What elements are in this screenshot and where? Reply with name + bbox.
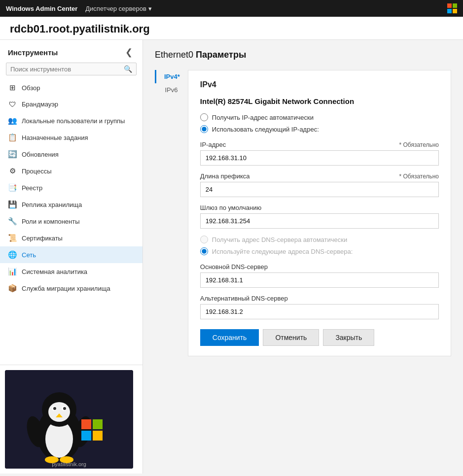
sidebar-icon-updates: 🔄 [8, 150, 17, 159]
ip-address-input[interactable] [200, 150, 439, 166]
microsoft-logo [447, 3, 457, 13]
dns-primary-input[interactable] [200, 272, 439, 288]
sidebar-search-box[interactable]: 🔍 [6, 63, 137, 75]
server-manager-menu[interactable]: Диспетчер серверов ▾ [85, 5, 152, 12]
dns-primary-label: Основной DNS-сервер [200, 263, 268, 271]
sidebar-icon-roles: 🔧 [8, 217, 17, 226]
sidebar-label-registry: Реестр [22, 184, 42, 192]
sidebar-label-tasks: Назначенные задания [22, 134, 88, 141]
sidebar-label-network: Сеть [22, 251, 36, 259]
chevron-down-icon: ▾ [148, 5, 152, 12]
server-manager-label: Диспетчер серверов [85, 5, 146, 12]
sidebar-bottom-logo: pyatilistnik.org [0, 365, 142, 474]
save-button[interactable]: Сохранить [200, 329, 259, 346]
sidebar-item-certs[interactable]: 📜 Сертификаты [0, 230, 142, 246]
radio-auto-ip-label: Получить IP-адрес автоматически [212, 114, 314, 121]
app-title: Windows Admin Center [6, 5, 77, 12]
sidebar-collapse-button[interactable]: ❮ [123, 46, 135, 59]
sidebar-icon-tasks: 📋 [8, 133, 17, 142]
sidebar-label-roles: Роли и компоненты [22, 218, 80, 225]
svg-rect-17 [93, 431, 103, 441]
sidebar-label-obzor: Обзор [22, 84, 40, 92]
section-name: Параметры [196, 50, 246, 60]
sidebar-icon-storage-migration: 📦 [8, 284, 17, 293]
sidebar: Инструменты ❮ 🔍 ⊞ Обзор 🛡 Брандмауэр 👥 Л… [0, 40, 143, 474]
prefix-required: * Обязательно [399, 173, 439, 180]
sidebar-item-brandmauer[interactable]: 🛡 Брандмауэр [0, 96, 142, 112]
server-hostname: rdcb01.root.pyatilistnik.org [0, 17, 463, 40]
radio-auto-ip[interactable] [200, 113, 208, 121]
sidebar-icon-brandmauer: 🛡 [8, 100, 17, 108]
sidebar-header: Инструменты ❮ [0, 40, 142, 63]
sidebar-icon-network: 🌐 [8, 250, 17, 259]
sidebar-item-updates[interactable]: 🔄 Обновления [0, 146, 142, 163]
sidebar-label-local-users: Локальные пользователи и группы [22, 117, 125, 125]
sidebar-item-storage-migration[interactable]: 📦 Служба миграции хранилища [0, 280, 142, 297]
prefix-length-input[interactable] [200, 182, 439, 197]
radio-manual-ip[interactable] [200, 125, 208, 133]
svg-rect-16 [81, 431, 91, 441]
ipv4-panel: IPv4 Intel(R) 82574L Gigabit Network Con… [188, 70, 451, 356]
svg-rect-14 [81, 419, 91, 429]
sidebar-icon-local-users: 👥 [8, 116, 17, 125]
ip-label: IP-адрес [200, 141, 226, 148]
sidebar-label-certs: Сертификаты [22, 235, 63, 242]
gateway-group: Шлюз по умолчанию [200, 204, 439, 229]
radio-dns-auto[interactable] [200, 236, 208, 243]
sidebar-item-storage-replica[interactable]: 💾 Реплика хранилища [0, 196, 142, 213]
prefix-length-group: Длина префикса * Обязательно [200, 172, 439, 197]
sidebar-icon-obzor: ⊞ [8, 83, 17, 92]
tab-ipv4[interactable]: IPv4* [155, 70, 188, 83]
sidebar-heading: Инструменты [8, 48, 58, 57]
gateway-input[interactable] [200, 213, 439, 229]
sidebar-label-brandmauer: Брандмауэр [22, 101, 58, 108]
content-area: Ethernet0 Параметры IPv4* IPv6 IPv4 Inte… [143, 40, 463, 474]
sidebar-icon-storage-replica: 💾 [8, 200, 17, 209]
radio-dns-auto-row: Получить адрес DNS-сервера автоматически [200, 236, 439, 243]
topbar: Windows Admin Center Диспетчер серверов … [0, 0, 463, 17]
svg-point-8 [63, 407, 66, 410]
radio-manual-ip-row: Использовать следующий IP-адрес: [200, 125, 439, 133]
prefix-label: Длина префикса [200, 172, 250, 180]
sidebar-label-updates: Обновления [22, 151, 59, 158]
ip-required: * Обязательно [399, 141, 439, 148]
tab-list: IPv4* IPv6 [155, 70, 188, 356]
sidebar-icon-registry: 📑 [8, 183, 17, 192]
adapter-full-name: Intel(R) 82574L Gigabit Network Connecti… [200, 97, 439, 105]
tab-ipv6[interactable]: IPv6 [155, 83, 188, 97]
sidebar-items-list: ⊞ Обзор 🛡 Брандмауэр 👥 Локальные пользов… [0, 79, 142, 365]
dns-alt-label: Альтернативный DNS-сервер [200, 295, 288, 302]
radio-dns-auto-label: Получить адрес DNS-сервера автоматически [212, 236, 347, 243]
sidebar-label-storage-replica: Реплика хранилища [22, 201, 82, 208]
sidebar-item-local-users[interactable]: 👥 Локальные пользователи и группы [0, 112, 142, 129]
adapter-name: Ethernet0 [155, 50, 193, 60]
radio-auto-ip-row: Получить IP-адрес автоматически [200, 113, 439, 121]
sidebar-item-roles[interactable]: 🔧 Роли и компоненты [0, 213, 142, 230]
penguin-logo: pyatilistnik.org [5, 370, 133, 469]
svg-point-4 [48, 402, 70, 422]
dns-alt-input[interactable] [200, 304, 439, 319]
search-input[interactable] [10, 66, 124, 73]
gateway-label: Шлюз по умолчанию [200, 204, 261, 211]
radio-manual-ip-label: Использовать следующий IP-адрес: [212, 126, 319, 133]
cancel-button[interactable]: Отменить [263, 329, 319, 346]
radio-dns-manual[interactable] [200, 247, 208, 255]
sidebar-item-tasks[interactable]: 📋 Назначенные задания [0, 129, 142, 146]
ipv4-heading: IPv4 [200, 80, 439, 89]
sidebar-icon-certs: 📜 [8, 234, 17, 242]
sidebar-item-obzor[interactable]: ⊞ Обзор [0, 79, 142, 96]
svg-text:pyatilistnik.org: pyatilistnik.org [52, 461, 86, 467]
radio-dns-manual-row: Используйте следующие адреса DNS-сервера… [200, 247, 439, 255]
radio-dns-manual-label: Используйте следующие адреса DNS-сервера… [212, 248, 353, 255]
sidebar-item-analytics[interactable]: 📊 Системная аналитика [0, 263, 142, 280]
dns-primary-group: Основной DNS-сервер [200, 263, 439, 288]
svg-rect-15 [93, 419, 103, 429]
sidebar-item-network[interactable]: 🌐 Сеть [0, 246, 142, 263]
sidebar-icon-processes: ⚙ [8, 167, 17, 175]
sidebar-icon-analytics: 📊 [8, 267, 17, 276]
sidebar-item-registry[interactable]: 📑 Реестр [0, 179, 142, 196]
close-button[interactable]: Закрыть [323, 329, 374, 346]
sidebar-item-processes[interactable]: ⚙ Процессы [0, 163, 142, 179]
sidebar-label-analytics: Системная аналитика [22, 268, 87, 275]
sidebar-label-processes: Процессы [22, 168, 52, 175]
